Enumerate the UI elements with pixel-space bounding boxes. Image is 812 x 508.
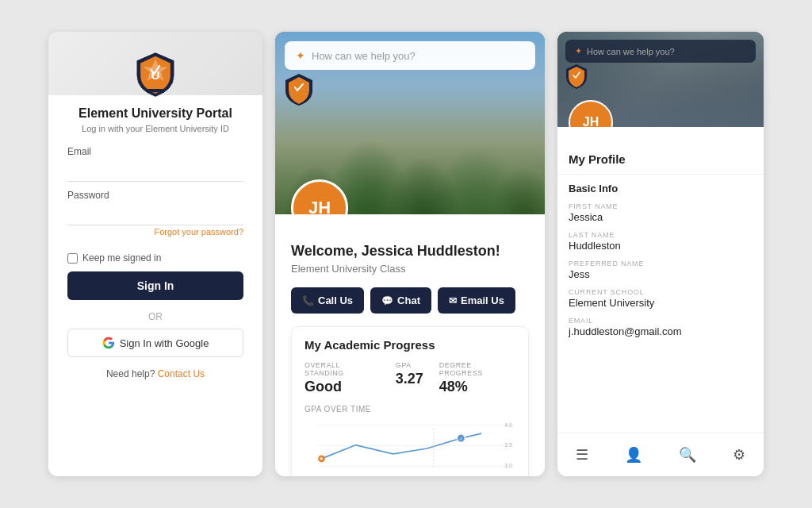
degree-progress-stat: DEGREE PROGRESS 48%	[439, 361, 515, 395]
welcome-logo	[285, 73, 313, 102]
svg-text:4.0: 4.0	[504, 422, 512, 428]
sparkle-icon: ✦	[296, 49, 305, 62]
gpa-label: GPA	[396, 361, 423, 369]
welcome-panel: ✦ How can we help you? JH Welcome, Jessi…	[275, 32, 545, 476]
field-value-3: Element University	[569, 297, 753, 309]
svg-rect-2	[147, 89, 164, 92]
profile-title: My Profile	[569, 152, 753, 166]
remember-checkbox[interactable]	[67, 253, 78, 264]
field-value-1: Huddleston	[569, 240, 753, 252]
welcome-search-bar[interactable]: ✦ How can we help you?	[285, 41, 535, 70]
profile-field-2: PREFERRED NAMEJess	[569, 260, 753, 280]
login-panel: U Element University Portal Log in with …	[48, 32, 262, 476]
action-buttons: 📞 Call Us 💬 Chat ✉ Email Us	[291, 287, 529, 314]
svg-text:✓: ✓	[459, 437, 463, 441]
profile-fields: FIRST NAMEJessicaLAST NAMEHuddlestonPREF…	[569, 202, 753, 337]
gpa-value: 3.27	[396, 371, 423, 387]
welcome-greeting: Welcome, Jessica Huddleston!	[291, 243, 529, 260]
profile-field-1: LAST NAMEHuddleston	[569, 231, 753, 252]
field-label-4: EMAIL	[569, 317, 753, 325]
search-placeholder-text: How can we help you?	[312, 50, 416, 62]
profile-search-placeholder: How can we help you?	[587, 47, 675, 56]
university-logo: U	[132, 51, 179, 98]
field-label-3: CURRENT SCHOOL	[569, 288, 753, 296]
field-label-1: LAST NAME	[569, 231, 753, 239]
nav-menu-icon[interactable]: ☰	[569, 443, 595, 467]
welcome-body: Welcome, Jessica Huddleston! Element Uni…	[275, 214, 545, 476]
field-label-0: FIRST NAME	[569, 202, 753, 210]
overall-standing-stat: OVERALL STANDING Good	[304, 361, 380, 395]
password-label: Password	[67, 190, 243, 201]
chat-button[interactable]: 💬 Chat	[370, 287, 431, 314]
password-group: Password Forgot your password?	[67, 190, 243, 237]
profile-logo	[565, 64, 588, 86]
field-value-0: Jessica	[569, 211, 753, 223]
gpa-stat: GPA 3.27	[396, 361, 423, 395]
phone-icon: 📞	[302, 295, 314, 306]
nav-person-icon[interactable]: 👤	[619, 443, 649, 467]
chat-icon: 💬	[381, 295, 393, 306]
need-help-text: Need help? Contact Us	[106, 368, 205, 379]
profile-panel: ✦ How can we help you? JH + My Profile B…	[557, 32, 764, 476]
progress-card: My Academic Progress OVERALL STANDING Go…	[291, 326, 529, 476]
profile-search-bar[interactable]: ✦ How can we help you?	[565, 40, 756, 63]
svg-text:3.0: 3.0	[504, 463, 512, 468]
profile-info-section: Basic Info FIRST NAMEJessicaLAST NAMEHud…	[557, 175, 764, 433]
degree-value: 48%	[439, 379, 515, 395]
profile-sparkle-icon: ✦	[575, 46, 582, 56]
degree-label: DEGREE PROGRESS	[439, 361, 515, 377]
profile-field-4: EMAILj.huddleston@gmail.com	[569, 317, 753, 337]
email-us-button[interactable]: ✉ Email Us	[438, 287, 515, 314]
overall-label: OVERALL STANDING	[304, 361, 380, 377]
progress-stats: OVERALL STANDING Good GPA 3.27 DEGREE PR…	[304, 361, 515, 395]
email-input[interactable]	[67, 160, 243, 182]
basic-info-title: Basic Info	[569, 183, 753, 194]
chart-label: GPA OVER TIME	[304, 405, 515, 414]
profile-nav: ☰ 👤 🔍 ⚙	[557, 433, 764, 476]
welcome-class: Element University Class	[291, 263, 529, 275]
signin-button[interactable]: Sign In	[67, 271, 243, 300]
remember-label: Keep me signed in	[82, 252, 161, 264]
chart-svg: 4.0 3.5 3.0 ★ ✓	[304, 417, 515, 476]
svg-text:★: ★	[319, 456, 324, 461]
password-input[interactable]	[67, 203, 243, 225]
login-subtitle: Log in with your Element University ID	[82, 124, 229, 133]
nav-settings-icon[interactable]: ⚙	[726, 443, 752, 467]
svg-text:3.5: 3.5	[504, 442, 512, 448]
profile-name-section: My Profile	[557, 127, 764, 175]
email-group: Email	[67, 146, 243, 182]
field-value-2: Jess	[569, 268, 753, 280]
gpa-chart: 4.0 3.5 3.0 ★ ✓	[304, 417, 515, 476]
field-value-4: j.huddleston@gmail.com	[569, 325, 753, 337]
field-label-2: PREFERRED NAME	[569, 260, 753, 267]
profile-hero: ✦ How can we help you? JH +	[557, 32, 764, 127]
email-label: Email	[67, 146, 243, 157]
overall-value: Good	[304, 379, 380, 395]
google-icon	[102, 337, 115, 349]
profile-field-0: FIRST NAMEJessica	[569, 202, 753, 223]
nav-search-icon[interactable]: 🔍	[672, 443, 703, 467]
email-icon: ✉	[449, 295, 457, 306]
google-signin-button[interactable]: Sign In with Google	[67, 329, 243, 357]
welcome-hero: ✦ How can we help you? JH	[275, 32, 545, 214]
call-us-button[interactable]: 📞 Call Us	[291, 287, 364, 314]
login-title: Element University Portal	[79, 106, 232, 121]
or-divider: OR	[148, 311, 163, 322]
progress-title: My Academic Progress	[304, 338, 515, 352]
remember-row: Keep me signed in	[67, 252, 243, 264]
forgot-password-link[interactable]: Forgot your password?	[67, 227, 243, 237]
login-form: U Element University Portal Log in with …	[48, 32, 262, 395]
profile-field-3: CURRENT SCHOOLElement University	[569, 288, 753, 309]
contact-us-link[interactable]: Contact Us	[158, 368, 205, 379]
google-btn-label: Sign In with Google	[120, 337, 209, 349]
